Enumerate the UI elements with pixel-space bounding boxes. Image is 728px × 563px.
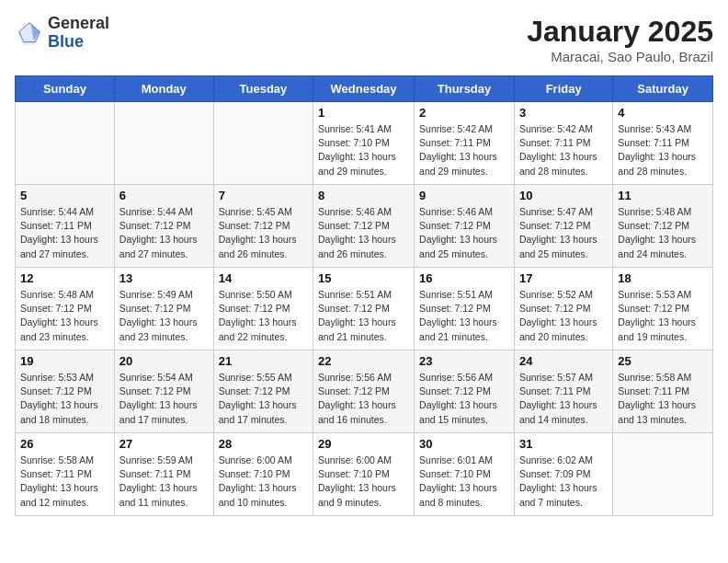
day-info: Sunrise: 6:00 AMSunset: 7:10 PMDaylight:… [318, 454, 409, 510]
day-info: Sunrise: 5:58 AMSunset: 7:11 PMDaylight:… [20, 454, 109, 510]
day-info: Sunrise: 5:56 AMSunset: 7:12 PMDaylight:… [419, 371, 509, 427]
day-of-week-header: Saturday [613, 76, 713, 102]
calendar-week-row: 5Sunrise: 5:44 AMSunset: 7:11 PMDaylight… [16, 185, 713, 268]
day-number: 12 [20, 271, 109, 285]
day-number: 8 [318, 189, 409, 202]
day-number: 19 [20, 354, 109, 368]
day-number: 21 [219, 354, 308, 368]
day-info: Sunrise: 5:51 AMSunset: 7:12 PMDaylight:… [419, 288, 509, 344]
day-number: 5 [20, 189, 109, 202]
day-info: Sunrise: 5:57 AMSunset: 7:11 PMDaylight:… [519, 371, 608, 427]
calendar-body: 1Sunrise: 5:41 AMSunset: 7:10 PMDaylight… [16, 102, 713, 516]
calendar-cell: 5Sunrise: 5:44 AMSunset: 7:11 PMDaylight… [16, 185, 115, 268]
day-number: 9 [419, 189, 509, 202]
day-info: Sunrise: 5:43 AMSunset: 7:11 PMDaylight:… [618, 122, 708, 178]
day-info: Sunrise: 5:50 AMSunset: 7:12 PMDaylight:… [219, 288, 308, 344]
day-info: Sunrise: 6:02 AMSunset: 7:09 PMDaylight:… [519, 454, 608, 510]
day-number: 29 [318, 437, 409, 451]
calendar-cell: 14Sunrise: 5:50 AMSunset: 7:12 PMDayligh… [213, 268, 313, 350]
calendar-cell: 2Sunrise: 5:42 AMSunset: 7:11 PMDaylight… [415, 102, 515, 185]
day-info: Sunrise: 5:46 AMSunset: 7:12 PMDaylight:… [318, 205, 409, 261]
day-number: 11 [618, 189, 708, 202]
calendar-week-row: 19Sunrise: 5:53 AMSunset: 7:12 PMDayligh… [16, 350, 713, 433]
day-info: Sunrise: 5:42 AMSunset: 7:11 PMDaylight:… [419, 122, 509, 178]
day-number: 28 [219, 437, 308, 451]
day-number: 15 [318, 271, 409, 285]
day-number: 31 [519, 437, 608, 451]
calendar-cell [16, 102, 115, 185]
day-of-week-header: Thursday [415, 76, 515, 102]
title-block: January 2025 Maracai, Sao Paulo, Brazil [527, 15, 713, 64]
day-of-week-header: Monday [114, 76, 213, 102]
day-info: Sunrise: 5:53 AMSunset: 7:12 PMDaylight:… [618, 288, 708, 344]
calendar-cell: 4Sunrise: 5:43 AMSunset: 7:11 PMDaylight… [613, 102, 713, 185]
calendar-cell [114, 102, 213, 185]
calendar-subtitle: Maracai, Sao Paulo, Brazil [527, 49, 713, 64]
day-info: Sunrise: 6:01 AMSunset: 7:10 PMDaylight:… [419, 454, 509, 510]
day-info: Sunrise: 5:46 AMSunset: 7:12 PMDaylight:… [419, 205, 509, 261]
day-info: Sunrise: 5:48 AMSunset: 7:12 PMDaylight:… [20, 288, 109, 344]
calendar-cell: 1Sunrise: 5:41 AMSunset: 7:10 PMDaylight… [313, 102, 415, 185]
day-number: 17 [519, 271, 608, 285]
day-info: Sunrise: 5:41 AMSunset: 7:10 PMDaylight:… [318, 122, 409, 178]
day-of-week-header: Tuesday [213, 76, 313, 102]
day-info: Sunrise: 5:56 AMSunset: 7:12 PMDaylight:… [318, 371, 409, 427]
calendar-cell: 6Sunrise: 5:44 AMSunset: 7:12 PMDaylight… [114, 185, 213, 268]
calendar-cell: 3Sunrise: 5:42 AMSunset: 7:11 PMDaylight… [514, 102, 612, 185]
calendar-cell: 18Sunrise: 5:53 AMSunset: 7:12 PMDayligh… [613, 268, 713, 350]
calendar-table: SundayMondayTuesdayWednesdayThursdayFrid… [15, 75, 713, 516]
day-number: 18 [618, 271, 708, 285]
day-number: 6 [119, 189, 209, 202]
day-number: 26 [20, 437, 109, 451]
day-number: 14 [219, 271, 308, 285]
day-info: Sunrise: 5:58 AMSunset: 7:11 PMDaylight:… [618, 371, 708, 427]
calendar-title: January 2025 [527, 15, 713, 49]
day-info: Sunrise: 5:44 AMSunset: 7:12 PMDaylight:… [119, 205, 209, 261]
day-info: Sunrise: 5:47 AMSunset: 7:12 PMDaylight:… [519, 205, 608, 261]
day-of-week-header: Wednesday [313, 76, 415, 102]
calendar-cell: 7Sunrise: 5:45 AMSunset: 7:12 PMDaylight… [213, 185, 313, 268]
calendar-cell: 11Sunrise: 5:48 AMSunset: 7:12 PMDayligh… [613, 185, 713, 268]
day-info: Sunrise: 5:54 AMSunset: 7:12 PMDaylight:… [119, 371, 209, 427]
calendar-cell: 25Sunrise: 5:58 AMSunset: 7:11 PMDayligh… [613, 350, 713, 433]
day-number: 23 [419, 354, 509, 368]
calendar-cell: 30Sunrise: 6:01 AMSunset: 7:10 PMDayligh… [415, 433, 515, 516]
day-number: 25 [618, 354, 708, 368]
day-number: 13 [119, 271, 209, 285]
calendar-cell: 20Sunrise: 5:54 AMSunset: 7:12 PMDayligh… [114, 350, 213, 433]
day-number: 20 [119, 354, 209, 368]
calendar-cell: 12Sunrise: 5:48 AMSunset: 7:12 PMDayligh… [16, 268, 115, 350]
calendar-cell: 31Sunrise: 6:02 AMSunset: 7:09 PMDayligh… [514, 433, 612, 516]
day-number: 10 [519, 189, 608, 202]
calendar-cell: 15Sunrise: 5:51 AMSunset: 7:12 PMDayligh… [313, 268, 415, 350]
calendar-cell: 19Sunrise: 5:53 AMSunset: 7:12 PMDayligh… [16, 350, 115, 433]
calendar-cell: 27Sunrise: 5:59 AMSunset: 7:11 PMDayligh… [114, 433, 213, 516]
calendar-cell: 17Sunrise: 5:52 AMSunset: 7:12 PMDayligh… [514, 268, 612, 350]
day-number: 16 [419, 271, 509, 285]
calendar-cell [613, 433, 713, 516]
days-of-week-row: SundayMondayTuesdayWednesdayThursdayFrid… [16, 76, 713, 102]
calendar-cell: 16Sunrise: 5:51 AMSunset: 7:12 PMDayligh… [415, 268, 515, 350]
day-info: Sunrise: 5:53 AMSunset: 7:12 PMDaylight:… [20, 371, 109, 427]
calendar-cell: 13Sunrise: 5:49 AMSunset: 7:12 PMDayligh… [114, 268, 213, 350]
day-number: 22 [318, 354, 409, 368]
calendar-cell: 29Sunrise: 6:00 AMSunset: 7:10 PMDayligh… [313, 433, 415, 516]
day-of-week-header: Sunday [16, 76, 115, 102]
day-info: Sunrise: 5:42 AMSunset: 7:11 PMDaylight:… [519, 122, 608, 178]
day-info: Sunrise: 5:52 AMSunset: 7:12 PMDaylight:… [519, 288, 608, 344]
calendar-cell: 26Sunrise: 5:58 AMSunset: 7:11 PMDayligh… [16, 433, 115, 516]
logo-text: General Blue [48, 15, 109, 52]
calendar-week-row: 12Sunrise: 5:48 AMSunset: 7:12 PMDayligh… [16, 268, 713, 350]
day-info: Sunrise: 5:48 AMSunset: 7:12 PMDaylight:… [618, 205, 708, 261]
calendar-cell: 10Sunrise: 5:47 AMSunset: 7:12 PMDayligh… [514, 185, 612, 268]
day-number: 3 [519, 106, 608, 120]
day-info: Sunrise: 5:49 AMSunset: 7:12 PMDaylight:… [119, 288, 209, 344]
calendar-cell: 23Sunrise: 5:56 AMSunset: 7:12 PMDayligh… [415, 350, 515, 433]
day-number: 7 [219, 189, 308, 202]
logo-icon [15, 18, 44, 48]
day-info: Sunrise: 5:51 AMSunset: 7:12 PMDaylight:… [318, 288, 409, 344]
calendar-cell: 9Sunrise: 5:46 AMSunset: 7:12 PMDaylight… [415, 185, 515, 268]
calendar-cell: 22Sunrise: 5:56 AMSunset: 7:12 PMDayligh… [313, 350, 415, 433]
day-of-week-header: Friday [514, 76, 612, 102]
calendar-cell: 24Sunrise: 5:57 AMSunset: 7:11 PMDayligh… [514, 350, 612, 433]
